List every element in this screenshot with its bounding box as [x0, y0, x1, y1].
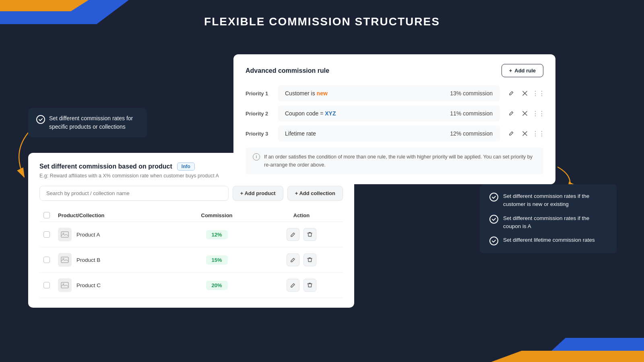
- row-commission-cell: 12%: [173, 222, 260, 247]
- tooltip-right-item: Set different commission rates if the cu…: [489, 192, 607, 209]
- drag-handle-button[interactable]: ⋮⋮: [534, 88, 543, 98]
- check-icon: [489, 237, 498, 245]
- tooltip-check-icon: [36, 115, 45, 124]
- search-input[interactable]: [39, 186, 229, 201]
- svg-point-7: [63, 284, 64, 285]
- add-collection-button[interactable]: + Add collection: [287, 186, 343, 201]
- svg-rect-2: [61, 232, 68, 237]
- table-row: Product A 12%: [39, 222, 343, 247]
- table-row: Product C 20%: [39, 273, 343, 298]
- priority-actions: ⋮⋮: [506, 88, 543, 98]
- commission-text: 12% commission: [450, 130, 493, 137]
- product-table: Product/Collection Commission Action Pr: [39, 209, 343, 298]
- priorities-container: Priority 1 Customer is new 13% commissio…: [246, 85, 543, 142]
- priority-row: Priority 1 Customer is new 13% commissio…: [246, 85, 543, 101]
- edit-button[interactable]: [287, 228, 299, 241]
- svg-rect-4: [61, 257, 68, 263]
- commission-text: 11% commission: [450, 110, 493, 117]
- edit-priority-button[interactable]: [506, 109, 516, 118]
- plus-icon: +: [509, 68, 512, 74]
- tooltip-left: Set different commission rates for speci…: [28, 108, 147, 138]
- priority-rule-text: Customer is new: [285, 90, 328, 97]
- remove-priority-button[interactable]: [520, 88, 530, 98]
- priority-content: Customer is new 13% commission: [278, 85, 500, 101]
- row-checkbox[interactable]: [43, 257, 50, 263]
- product-icon: [58, 253, 72, 267]
- table-header: Product/Collection Commission Action: [39, 209, 343, 222]
- add-rule-label: Add rule: [514, 68, 536, 74]
- svg-point-5: [63, 258, 64, 259]
- advanced-card-header: Advanced commission rule + Add rule: [246, 64, 543, 77]
- product-table-body: Product A 12%: [39, 222, 343, 298]
- row-name-cell: Product C: [54, 273, 173, 298]
- commission-badge: 20%: [206, 281, 228, 290]
- commission-badge: 12%: [206, 230, 228, 239]
- edit-button[interactable]: [287, 279, 299, 292]
- drag-handle-button[interactable]: ⋮⋮: [534, 109, 543, 118]
- tooltip-right-item: Set different commission rates if the co…: [489, 214, 607, 231]
- info-icon: i: [253, 153, 260, 160]
- info-badge[interactable]: Info: [177, 162, 195, 171]
- product-name: Product A: [76, 232, 100, 238]
- page-title: FLEXIBLE COMMISSION STRUCTURES: [204, 15, 440, 28]
- tooltip-right-item: Set different lifetime commission rates: [489, 236, 607, 245]
- add-product-button[interactable]: + Add product: [233, 186, 283, 201]
- row-action-cell: [260, 222, 343, 247]
- advanced-card: Advanced commission rule + Add rule Prio…: [233, 54, 555, 184]
- row-commission-cell: 20%: [173, 273, 260, 298]
- th-product-collection: Product/Collection: [54, 209, 173, 222]
- commission-badge: 15%: [206, 255, 228, 265]
- priority-content: Lifetime rate 12% commission: [278, 125, 500, 142]
- row-checkbox-cell: [39, 273, 54, 298]
- priority-rule-text: Lifetime rate: [285, 130, 316, 137]
- table-row: Product B 15%: [39, 247, 343, 273]
- priority-label: Priority 2: [246, 111, 278, 117]
- product-name: Product C: [76, 282, 101, 288]
- row-action-cell: [260, 273, 343, 298]
- select-all-checkbox[interactable]: [43, 212, 50, 218]
- highlight-new: new: [317, 90, 328, 97]
- svg-rect-6: [61, 282, 68, 288]
- th-commission: Commission: [173, 209, 260, 222]
- info-note: i If an order satisfies the condition of…: [246, 147, 543, 175]
- search-add-row: + Add product + Add collection: [39, 186, 343, 201]
- priority-label: Priority 1: [246, 90, 278, 97]
- priority-row: Priority 3 Lifetime rate 12% commission …: [246, 125, 543, 142]
- row-checkbox[interactable]: [43, 231, 50, 238]
- priority-actions: ⋮⋮: [506, 129, 543, 138]
- row-action-cell: [260, 247, 343, 273]
- add-rule-button[interactable]: + Add rule: [502, 64, 543, 77]
- product-icon: [58, 228, 72, 241]
- priority-rule-text: Coupon code = XYZ: [285, 110, 336, 117]
- edit-button[interactable]: [287, 253, 299, 266]
- info-note-text: If an order satisfies the condition of m…: [264, 153, 536, 169]
- product-card-title: Set different commission based on produc…: [39, 163, 172, 170]
- delete-button[interactable]: [303, 279, 316, 292]
- remove-priority-button[interactable]: [520, 129, 530, 138]
- remove-priority-button[interactable]: [520, 109, 530, 118]
- check-icon: [489, 193, 498, 202]
- row-checkbox-cell: [39, 247, 54, 273]
- delete-button[interactable]: [303, 253, 316, 266]
- row-name-cell: Product B: [54, 247, 173, 273]
- priority-actions: ⋮⋮: [506, 109, 543, 118]
- row-checkbox[interactable]: [43, 282, 50, 288]
- edit-priority-button[interactable]: [506, 129, 516, 138]
- deco-orange-bottom-right: [491, 351, 644, 362]
- delete-button[interactable]: [303, 228, 316, 241]
- tooltip-right: Set different commission rates if the cu…: [480, 184, 617, 253]
- row-name-cell: Product A: [54, 222, 173, 247]
- commission-text: 13% commission: [450, 90, 493, 97]
- priority-content: Coupon code = XYZ 11% commission: [278, 105, 500, 121]
- svg-point-3: [63, 233, 64, 234]
- th-action: Action: [260, 209, 343, 222]
- check-icon: [489, 215, 498, 224]
- row-checkbox-cell: [39, 222, 54, 247]
- th-checkbox: [39, 209, 54, 222]
- tooltip-right-text: Set different commission rates if the cu…: [503, 192, 607, 209]
- edit-priority-button[interactable]: [506, 88, 516, 98]
- tooltip-right-text: Set different commission rates if the co…: [503, 214, 607, 231]
- drag-handle-button[interactable]: ⋮⋮: [534, 129, 543, 138]
- priority-label: Priority 3: [246, 131, 278, 137]
- highlight-xyz: XYZ: [325, 110, 336, 117]
